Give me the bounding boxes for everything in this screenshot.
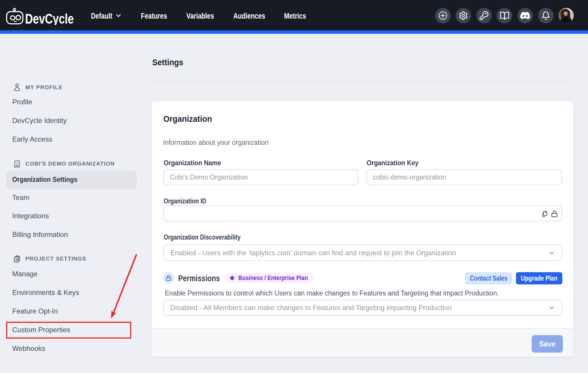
svg-text:DevCycle: DevCycle	[25, 11, 74, 25]
